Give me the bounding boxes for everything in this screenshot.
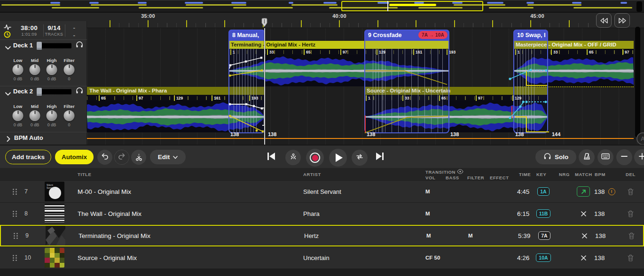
row-drag-handle[interactable]: [12, 226, 19, 245]
match-cell[interactable]: [575, 203, 592, 224]
row-drag-handle[interactable]: [11, 181, 18, 202]
track-time: 4:26: [517, 247, 536, 268]
delete-track-button[interactable]: [625, 247, 636, 268]
corner-badge[interactable]: A: [636, 132, 644, 145]
transition-vol[interactable]: CF 50: [425, 247, 444, 268]
delete-track-button[interactable]: [625, 203, 636, 224]
transition-effect[interactable]: [490, 247, 511, 268]
transition-bass[interactable]: [447, 226, 465, 245]
delete-track-button[interactable]: [625, 181, 636, 202]
transition-bass[interactable]: [446, 203, 464, 224]
eye-icon[interactable]: [457, 169, 463, 175]
transport-bar: Add tracks Automix Edit: [0, 145, 644, 168]
transition-bass[interactable]: [446, 181, 464, 202]
ruler-quarter-tick: [157, 23, 158, 27]
playhead-line[interactable]: [264, 28, 265, 145]
transition-filter[interactable]: [467, 203, 487, 224]
metronome-button[interactable]: [579, 149, 595, 165]
filter-knob[interactable]: [64, 64, 75, 75]
playhead-pin[interactable]: [261, 18, 267, 28]
minimap-viewport[interactable]: [341, 1, 483, 11]
transition-header[interactable]: 10 Swap, I: [513, 30, 548, 41]
loop-icon: [355, 153, 364, 162]
deck-1-volume-slider[interactable]: [37, 43, 71, 49]
automix-button[interactable]: Automix: [55, 150, 94, 164]
record-button[interactable]: [306, 149, 324, 167]
transition-effect[interactable]: [490, 181, 511, 202]
mix-overview-minimap[interactable]: [0, 0, 644, 13]
column-header-key: KEY: [536, 172, 546, 177]
play-button[interactable]: [329, 149, 347, 167]
zoom-in-button[interactable]: [634, 149, 644, 165]
transition-filter[interactable]: [467, 181, 487, 202]
transition-filter[interactable]: [467, 247, 487, 268]
loop-button[interactable]: [352, 150, 368, 166]
fast-forward-button[interactable]: [614, 13, 630, 28]
chevron-down-icon[interactable]: [5, 89, 11, 93]
transition-bass[interactable]: [446, 247, 464, 268]
transition-effect[interactable]: [490, 203, 511, 224]
tempo-automation-line[interactable]: [87, 138, 634, 139]
deck-1-volume-handle[interactable]: [37, 42, 42, 50]
low-knob[interactable]: [13, 64, 24, 75]
transition-region[interactable]: [364, 30, 449, 133]
headphones-icon[interactable]: [76, 87, 83, 94]
row-drag-handle[interactable]: [11, 203, 18, 224]
ruler-minute-tick: [148, 20, 149, 27]
high-knob[interactable]: [47, 110, 57, 121]
solo-button[interactable]: Solo: [535, 150, 576, 164]
track-row[interactable]: 8The Wall - Original MixPharaM6:1511B138: [0, 203, 644, 224]
track-row[interactable]: 10Source - Original MixUncertainCF 504:2…: [0, 247, 644, 268]
split-button[interactable]: [285, 150, 301, 165]
skip-forward-button[interactable]: [374, 153, 385, 162]
cut-button[interactable]: [131, 150, 146, 165]
transition-region[interactable]: [228, 30, 265, 133]
add-tracks-button[interactable]: Add tracks: [5, 150, 51, 164]
transition-vol[interactable]: M: [425, 203, 444, 224]
headphones-icon[interactable]: [76, 41, 83, 48]
transition-vol[interactable]: M: [425, 181, 444, 202]
vertical-scrollbar[interactable]: [635, 27, 640, 138]
track-artist: Silent Servant: [303, 181, 407, 202]
ruler-minute-tick: [301, 20, 302, 27]
zoom-out-button[interactable]: [616, 149, 632, 165]
transition-vol[interactable]: M: [426, 226, 445, 245]
column-header-vol: VOL: [425, 175, 435, 180]
deck-2-volume-slider[interactable]: [37, 89, 71, 95]
match-cell[interactable]: [575, 181, 592, 202]
high-knob[interactable]: [47, 64, 57, 75]
low-knob[interactable]: [13, 110, 24, 121]
bar-number: 97: [136, 95, 143, 101]
transition-effect[interactable]: [491, 226, 512, 245]
track-row[interactable]: 7SilentServantM-00 - Original MixSilent …: [0, 181, 644, 202]
transition-header[interactable]: 8 Manual,: [228, 30, 265, 41]
skip-back-button[interactable]: [266, 153, 277, 162]
deck-2-volume-handle[interactable]: [37, 88, 42, 96]
deck-1-label: Deck 1: [13, 42, 33, 49]
redo-button[interactable]: [114, 150, 129, 165]
delete-track-button[interactable]: [626, 226, 636, 245]
transition-header[interactable]: 9 Crossfade7A → 10A: [364, 30, 449, 41]
rewind-button[interactable]: [596, 13, 612, 28]
match-cell[interactable]: [575, 247, 592, 268]
table-footer-space: [0, 269, 644, 276]
nrg-cell: [559, 181, 573, 202]
time-ruler[interactable]: 35:0040:0045:00: [87, 13, 644, 28]
transition-region[interactable]: [513, 30, 548, 133]
bpm-warning-icon[interactable]: !: [608, 188, 615, 195]
minimap-scrollbar[interactable]: [636, 1, 642, 12]
minimap-playhead[interactable]: [387, 1, 388, 11]
undo-button[interactable]: [97, 150, 112, 165]
chevron-down-icon[interactable]: [5, 43, 11, 47]
track-row[interactable]: 9Terminating - Original MixHertzMM5:397A…: [0, 225, 644, 246]
filter-knob[interactable]: [64, 110, 75, 121]
row-drag-handle[interactable]: [11, 247, 18, 268]
keyboard-shortcuts-button[interactable]: [597, 149, 613, 165]
match-cell[interactable]: [576, 226, 593, 245]
transition-filter[interactable]: M: [468, 226, 488, 245]
mid-knob[interactable]: [30, 110, 40, 121]
knob-value: 0 dB: [43, 123, 60, 127]
minimap-track-segment: [527, 4, 581, 6]
mid-knob[interactable]: [30, 64, 40, 75]
edit-menu-button[interactable]: Edit: [150, 150, 186, 164]
